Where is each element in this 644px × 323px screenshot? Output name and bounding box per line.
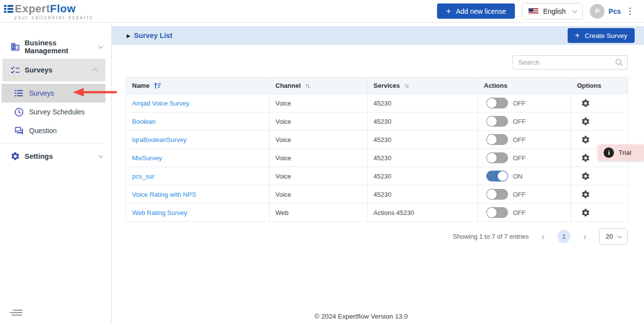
sidebar-item-surveys-group[interactable]: Surveys — [2, 59, 105, 81]
user-name[interactable]: Pcs — [609, 7, 621, 15]
survey-name-link[interactable]: MixSurvey — [132, 154, 162, 162]
sidebar-label: Business Management — [25, 39, 99, 55]
column-header-name[interactable]: Name — [126, 77, 270, 94]
brand-expert: Expert — [15, 2, 50, 15]
user-avatar[interactable]: P — [590, 4, 605, 19]
next-page-icon[interactable]: › — [583, 232, 586, 241]
brand-tagline: your callcenter experts — [14, 15, 93, 20]
sort-asc-icon — [154, 82, 161, 89]
brand-flow: Flow — [50, 2, 75, 15]
sidebar-item-survey-schedules[interactable]: Survey Schedules — [0, 103, 111, 121]
breadcrumb-marker-icon: ▶ — [127, 33, 131, 38]
building-icon — [10, 42, 20, 52]
sidebar: Business Management Surveys Surveys Surv… — [0, 23, 112, 323]
prev-page-icon[interactable]: ‹ — [542, 232, 544, 241]
options-gear-icon[interactable] — [581, 117, 590, 128]
sidebar-collapse-icon[interactable] — [10, 310, 23, 317]
sidebar-item-surveys[interactable]: Surveys — [1, 84, 105, 103]
sidebar-label: Settings — [25, 152, 99, 160]
chevron-down-icon — [99, 44, 103, 49]
survey-toggle[interactable] — [486, 189, 508, 200]
survey-toggle[interactable] — [486, 207, 508, 218]
toggle-state-label: OFF — [513, 209, 526, 216]
survey-name-link[interactable]: pcs_sur — [132, 173, 155, 180]
breadcrumb-label: Survey List — [134, 32, 172, 39]
toggle-state-label: OFF — [513, 154, 526, 162]
expertflow-logo: ExpertFlow your callcenter experts — [4, 2, 93, 20]
top-header: ExpertFlow your callcenter experts + Add… — [0, 0, 644, 23]
gear-icon — [10, 151, 20, 161]
create-survey-button[interactable]: + Create Survey — [568, 28, 635, 43]
survey-toggle[interactable] — [486, 98, 508, 108]
options-gear-icon[interactable] — [581, 153, 590, 164]
channel-cell: Voice — [270, 112, 368, 131]
main-content: ▶ Survey List + Create Survey Name — [112, 23, 644, 323]
channel-cell: Voice — [270, 185, 368, 204]
search-input[interactable] — [512, 55, 628, 70]
page-number[interactable]: 1 — [557, 230, 571, 243]
column-header-options: Options — [571, 77, 628, 94]
services-cell: 45230 — [368, 167, 478, 185]
footer-copyright: © 2024 Expertflow Version 13.0 — [95, 313, 627, 320]
language-selector[interactable]: English — [522, 3, 583, 20]
table-row: Boolean Voice 45230 OFF — [126, 112, 628, 131]
breadcrumb[interactable]: ▶ Survey List — [127, 32, 172, 39]
options-gear-icon[interactable] — [581, 172, 590, 182]
column-header-services[interactable]: Services↑↓ — [368, 77, 478, 94]
table-row: IqraBooleanSurvey Voice 45230 OFF — [126, 131, 628, 149]
channel-cell: Voice — [270, 149, 368, 167]
pagination: Showing 1 to 7 of 7 entries ‹ 1 › 20 — [112, 228, 628, 245]
us-flag-icon — [528, 8, 539, 14]
sort-icon: ↑↓ — [305, 82, 309, 89]
pagination-summary: Showing 1 to 7 of 7 entries — [453, 233, 529, 240]
survey-name-link[interactable]: Voice Rating with NPS — [132, 191, 196, 198]
chevron-down-icon — [99, 153, 103, 158]
kebab-menu-icon[interactable]: ⋮ — [625, 6, 635, 16]
survey-name-link[interactable]: Amjad Voice Survey — [132, 100, 189, 107]
channel-cell: Web — [270, 204, 368, 222]
toggle-state-label: OFF — [513, 118, 526, 125]
survey-name-link[interactable]: Web Rating Survey — [132, 209, 187, 216]
add-new-license-button[interactable]: + Add new license — [437, 3, 515, 19]
table-row: Amjad Voice Survey Voice 45230 OFF — [126, 94, 628, 112]
table-row: pcs_sur Voice 45230 ON — [126, 167, 628, 185]
survey-name-link[interactable]: IqraBooleanSurvey — [132, 136, 187, 144]
survey-name-link[interactable]: Boolean — [132, 118, 156, 125]
channel-cell: Voice — [270, 131, 368, 149]
plus-icon: + — [575, 31, 580, 40]
sidebar-item-settings[interactable]: Settings — [0, 146, 111, 166]
page-size-select[interactable]: 20 — [599, 228, 628, 245]
sidebar-item-question[interactable]: Question — [0, 121, 111, 140]
sidebar-label: Question — [29, 127, 57, 135]
table-row: MixSurvey Voice 45230 OFF — [126, 149, 628, 167]
sidebar-label: Surveys — [29, 89, 54, 97]
trial-label: Trial — [618, 149, 631, 156]
list-icon — [14, 89, 24, 98]
breadcrumb-bar: ▶ Survey List + Create Survey — [112, 26, 644, 45]
trial-badge[interactable]: i Trial — [598, 144, 644, 161]
options-gear-icon[interactable] — [581, 208, 590, 219]
options-gear-icon[interactable] — [581, 190, 590, 201]
toggle-state-label: ON — [513, 173, 523, 180]
survey-toggle[interactable] — [486, 116, 508, 127]
sidebar-item-business-management[interactable]: Business Management — [0, 36, 111, 58]
checklist-icon — [10, 65, 20, 75]
table-row: Web Rating Survey Web Actions 45230 OFF — [126, 204, 628, 222]
services-cell: 45230 — [368, 131, 478, 149]
sidebar-label: Surveys — [25, 66, 93, 74]
survey-toggle[interactable] — [486, 171, 508, 181]
column-header-channel[interactable]: Channel↑↓ — [270, 77, 368, 94]
chevron-up-icon — [93, 69, 98, 73]
channel-cell: Voice — [270, 167, 368, 185]
survey-toggle[interactable] — [486, 134, 508, 145]
sidebar-label: Survey Schedules — [29, 108, 85, 116]
survey-toggle[interactable] — [486, 152, 508, 163]
channel-cell: Voice — [270, 94, 368, 112]
options-gear-icon[interactable] — [581, 99, 590, 109]
sidebar-divider — [0, 143, 104, 144]
chevron-down-icon — [617, 233, 622, 238]
plus-icon: + — [446, 7, 451, 15]
table-row: Voice Rating with NPS Voice 45230 OFF — [126, 185, 628, 204]
clock-icon — [14, 108, 24, 117]
options-gear-icon[interactable] — [581, 135, 590, 146]
